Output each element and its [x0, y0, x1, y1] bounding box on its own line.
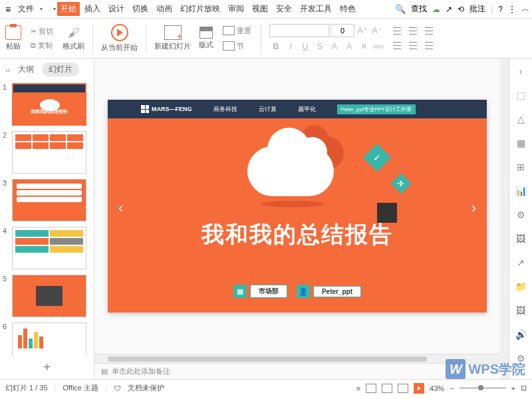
next-arrow-icon: › [471, 200, 476, 217]
fit-icon[interactable]: ⊡ [521, 384, 527, 392]
increase-font-button[interactable]: A⁺ [356, 24, 369, 37]
file-dropdown-icon[interactable]: ▾ [40, 6, 43, 12]
tab-animation[interactable]: 动画 [153, 2, 176, 16]
vertical-scrollbar[interactable] [500, 59, 509, 379]
tab-home[interactable]: 开始 [57, 2, 80, 16]
new-slide-button[interactable]: 新建幻灯片 [154, 25, 191, 51]
zoom-label[interactable]: 43% [430, 384, 444, 392]
tab-slideshow[interactable]: 幻灯片放映 [177, 2, 223, 16]
sorter-view-button[interactable] [382, 384, 392, 393]
chart-icon[interactable]: 📊 [515, 185, 527, 197]
paste-button[interactable]: 粘贴 [5, 25, 21, 51]
align-left-button[interactable] [393, 41, 405, 51]
phonetic-button[interactable]: wén [372, 40, 385, 53]
select-icon[interactable]: ⬚ [515, 89, 527, 101]
grid-icon[interactable]: ⊞ [515, 161, 527, 173]
gallery-icon[interactable]: 🖼 [515, 305, 527, 317]
ribbon-toolbar: 粘贴 ✂ 剪切 ⧉ 复制 🖌 格式刷 从当前开始 新建幻灯片 版式 重置 节 A… [0, 19, 532, 59]
tab-security[interactable]: 安全 [273, 2, 295, 16]
highlight-button[interactable]: A [328, 40, 341, 53]
copy-button[interactable]: ⧉ 复制 [29, 39, 55, 52]
chevron-left-icon[interactable]: ‹ [515, 65, 527, 77]
badge-diamond-2: ✈ [390, 173, 411, 194]
tab-special[interactable]: 特色 [336, 2, 359, 16]
italic-button[interactable]: I [284, 40, 297, 53]
indent-button[interactable] [425, 26, 437, 37]
help-icon[interactable]: ? [498, 5, 503, 14]
tab-review[interactable]: 审阅 [225, 2, 247, 16]
reset-button[interactable]: 重置 [221, 25, 253, 37]
shape-icon[interactable]: △ [515, 113, 527, 125]
thumbnail-2[interactable] [12, 131, 86, 174]
wps-logo-icon: W [446, 359, 466, 379]
tab-transition[interactable]: 切换 [129, 2, 152, 16]
bold-button[interactable]: B [269, 40, 283, 53]
share-icon[interactable]: ↗ [446, 5, 452, 14]
numbering-button[interactable] [409, 26, 421, 37]
from-current-button[interactable]: 从当前开始 [101, 24, 138, 53]
clear-format-button[interactable]: ✕ [357, 40, 370, 53]
qat-dropdown-icon[interactable]: ▾ [53, 6, 56, 12]
thumbnail-4[interactable] [12, 227, 86, 269]
notes-toggle-icon[interactable]: ≡ [356, 384, 360, 392]
horizontal-scrollbar[interactable] [94, 354, 500, 363]
thumbnail-5[interactable] [12, 275, 86, 317]
slide-canvas[interactable]: MARS—FENG 商务科技 云计算 扁平化 Peter_ppt专业PPT设计工… [108, 100, 487, 313]
tab-design[interactable]: 设计 [105, 2, 128, 16]
tab-view[interactable]: 视图 [249, 2, 271, 16]
align-right-button[interactable] [425, 41, 437, 51]
tag-icon-1: ▦ [233, 285, 247, 298]
zoom-out-icon[interactable]: − [450, 384, 454, 392]
search-icon[interactable]: 🔍 [395, 4, 406, 14]
collapse-ribbon-icon[interactable]: ︿ [521, 3, 529, 15]
font-family-input[interactable] [269, 24, 329, 37]
format-painter-button[interactable]: 🖌 格式刷 [63, 26, 84, 51]
layout-button[interactable]: 版式 [199, 27, 213, 50]
decrease-font-button[interactable]: A⁻ [370, 24, 384, 37]
image-icon[interactable]: 🖼 [515, 233, 527, 245]
slide-title: 我和我的总结报告 [108, 219, 487, 250]
tab-insert[interactable]: 插入 [81, 2, 104, 16]
annotate-button[interactable]: 批注 [469, 3, 485, 15]
reading-view-button[interactable] [398, 384, 408, 393]
folder-icon[interactable]: 📁 [515, 281, 527, 293]
align-center-button[interactable] [409, 41, 421, 51]
panel-collapse-icon[interactable]: ‹‹ [5, 66, 10, 74]
normal-view-button[interactable] [366, 384, 376, 393]
right-sidebar: ‹ ⬚ △ ▦ ⊞ 📊 ⚙ 🖼 ↗ 📁 🖼 🔊 ⚙ [509, 59, 532, 379]
underline-button[interactable]: U [299, 40, 312, 53]
more-icon[interactable]: ⋮ [508, 5, 516, 14]
tab-devtools[interactable]: 开发工具 [297, 2, 335, 16]
outline-tab[interactable]: 大纲 [18, 64, 34, 75]
file-menu[interactable]: 文件 [15, 2, 37, 16]
table-icon[interactable]: ▦ [515, 137, 527, 149]
nav-item-1: 商务科技 [213, 105, 237, 114]
zoom-in-icon[interactable]: + [511, 384, 515, 392]
notes-pane[interactable]: ▤ 单击此处添加备注 [94, 363, 500, 379]
export-icon[interactable]: ↗ [515, 257, 527, 269]
font-color-button[interactable]: A [342, 40, 356, 53]
section-button[interactable]: 节 [221, 40, 253, 53]
font-size-input[interactable] [331, 24, 354, 37]
thumbnail-3[interactable] [12, 179, 86, 221]
canvas-area: MARS—FENG 商务科技 云计算 扁平化 Peter_ppt专业PPT设计工… [94, 59, 500, 379]
settings-icon[interactable]: ⚙ [515, 209, 527, 221]
cut-button[interactable]: ✂ 剪切 [29, 25, 55, 38]
zoom-slider[interactable] [460, 387, 506, 389]
history-icon[interactable]: ⟲ [458, 5, 464, 14]
hamburger-icon[interactable]: ≡ [3, 4, 13, 15]
strike-button[interactable]: S [313, 40, 327, 53]
bullets-button[interactable] [393, 26, 405, 37]
slides-tab[interactable]: 幻灯片 [42, 63, 79, 76]
slide-panel: ‹‹ 大纲 幻灯片 1 我和我的总结报告 2 3 4 [0, 59, 94, 379]
thumbnail-6[interactable] [12, 323, 86, 356]
slideshow-button[interactable] [414, 383, 424, 394]
cloud-icon[interactable]: ☁ [432, 5, 440, 14]
menu-bar: ≡ 文件 ▾ ▾ 开始 插入 设计 切换 动画 幻灯片放映 审阅 视图 安全 开… [0, 0, 532, 19]
tag-icon-2: 👤 [297, 285, 310, 298]
search-label[interactable]: 查找 [411, 3, 427, 15]
thumbnail-1[interactable]: 我和我的总结报告 [12, 83, 86, 126]
add-slide-button[interactable]: + [0, 356, 94, 379]
thumbnail-list[interactable]: 1 我和我的总结报告 2 3 4 5 [0, 80, 94, 356]
sound-icon[interactable]: 🔊 [515, 329, 527, 340]
